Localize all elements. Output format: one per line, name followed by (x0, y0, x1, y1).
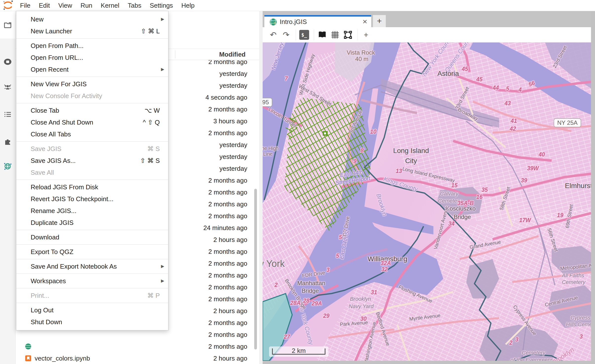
new-tab-button[interactable]: + (373, 15, 386, 27)
map-label: 35A-B (457, 200, 474, 207)
file-row[interactable]: vector_colors.ipynb2 hours ago (15, 352, 247, 364)
file-modified-time: 2 months ago (208, 186, 247, 198)
collaboration-users-icon[interactable] (3, 83, 12, 92)
menu-separator (16, 274, 168, 274)
menubar-item-help[interactable]: Help (177, 0, 199, 11)
menu-item-label: Revert JGIS To Checkpoint... (31, 193, 114, 205)
map-label: 19 (557, 212, 563, 219)
tab-close-icon[interactable]: × (363, 17, 367, 26)
menu-item-shortcut: ⌘ S (147, 143, 160, 155)
file-modified-time: 4 seconds ago (206, 91, 247, 103)
menubar-item-tabs[interactable]: Tabs (123, 0, 145, 11)
panel-splitter[interactable] (259, 11, 263, 364)
map-label: Queens County (443, 43, 473, 73)
map-label: 32 (381, 266, 388, 273)
map-label: 28A (290, 300, 301, 306)
menu-item-save-and-export-notebook-as[interactable]: Save And Export Notebook As▶ (16, 260, 168, 272)
map-label: Hills Cemet (566, 321, 591, 328)
menu-item-revert-jgis-to-checkpoint[interactable]: Revert JGIS To Checkpoint... (16, 193, 168, 205)
file-row[interactable]: 2 months ago (15, 329, 247, 341)
map-label: Brooklyn (551, 346, 576, 361)
grid-layer-button[interactable] (329, 29, 341, 41)
menu-item-print[interactable]: Print...⌘ P (16, 290, 168, 301)
scale-label: 2 km (269, 347, 328, 355)
tab-title: Intro.jGIS (280, 17, 307, 27)
vector-edit-button[interactable] (342, 29, 354, 41)
menu-item-workspaces[interactable]: Workspaces▶ (16, 275, 168, 287)
menu-item-shut-down[interactable]: Shut Down (16, 316, 168, 328)
menubar-item-settings[interactable]: Settings (145, 0, 177, 11)
undo-button[interactable]: ↶ (268, 29, 279, 41)
menu-separator (16, 303, 168, 303)
console-button[interactable]: $_ (298, 29, 310, 41)
menu-item-download[interactable]: Download (16, 231, 168, 243)
file-modified-time: yesterday (219, 163, 247, 174)
jupyter-logo (2, 0, 13, 10)
menu-item-rename-jgis[interactable]: Rename JGIS... (16, 205, 168, 217)
map-label: 69th Street (565, 204, 574, 229)
map-label: 40 m (355, 56, 368, 63)
menubar-item-view[interactable]: View (54, 0, 76, 11)
file-modified-time: 2 months ago (208, 269, 247, 281)
file-row[interactable]: 2 months ago (15, 341, 247, 352)
map-label: Broadway (457, 107, 479, 122)
menu-item-reload-jgis-from-disk[interactable]: Reload JGIS From Disk (16, 181, 168, 193)
add-layer-button[interactable]: + (360, 29, 372, 41)
menu-item-new-launcher[interactable]: New Launcher⇧ ⌘ L (16, 25, 168, 37)
file-modified-time: 2 months ago (208, 317, 247, 329)
map-label: 4 (519, 86, 522, 93)
menu-item-close-and-shut-down[interactable]: Close And Shut Down^ ⇧ Q (16, 116, 168, 128)
menu-item-save-all[interactable]: Save All (16, 167, 168, 178)
menu-item-close-tab[interactable]: Close Tab⌥ W (16, 105, 168, 116)
map-label: 32A (381, 260, 391, 266)
menu-item-export-to-qgz[interactable]: Export To QGZ (16, 246, 168, 258)
jupytergis-globe-icon[interactable] (3, 162, 12, 171)
map-label: Vandervoort Avenue (433, 206, 450, 250)
menu-item-open-from-path[interactable]: Open From Path... (16, 40, 168, 52)
file-browser-icon[interactable] (3, 21, 12, 29)
file-modified-time: yesterday (219, 68, 247, 80)
map-label: The High (263, 145, 278, 151)
map-label: Cemetery (562, 279, 585, 285)
map-label: 5 (339, 234, 342, 241)
menu-item-label: Close All Tabs (31, 128, 71, 140)
table-of-contents-icon[interactable] (3, 110, 12, 119)
menu-item-new-view-for-jgis[interactable]: New View For JGIS (16, 78, 168, 90)
menu-item-log-out[interactable]: Log Out (16, 304, 168, 316)
menu-item-label: Workspaces (31, 275, 66, 287)
menubar-item-file[interactable]: File (16, 0, 35, 11)
map-canvas[interactable]: New JerseyNew York CountyQueens CountyNe… (263, 43, 591, 361)
toolbar-separator (314, 29, 314, 40)
modified-column-header[interactable]: Modified (219, 49, 246, 60)
menubar-item-run[interactable]: Run (76, 0, 97, 11)
file-modified-time: 2 months ago (208, 281, 247, 293)
map-label: 9 (353, 158, 357, 165)
redo-icon: ↷ (283, 31, 290, 39)
menu-item-new[interactable]: New▶ (16, 13, 168, 25)
menu-item-label: Save JGIS (31, 143, 61, 155)
map-toolbar: ↶ ↷ $_ (263, 27, 591, 43)
map-label: Brooklyn (350, 296, 371, 302)
menu-item-duplicate-jgis[interactable]: Duplicate JGIS (16, 217, 168, 229)
toolbar-separator (358, 29, 358, 40)
menu-item-close-all-tabs[interactable]: Close All Tabs (16, 128, 168, 140)
menu-item-open-from-url[interactable]: Open From URL... (16, 52, 168, 64)
menubar-item-kernel[interactable]: Kernel (96, 0, 123, 11)
tab-intro-jgis[interactable]: Intro.jGIS × (264, 15, 371, 27)
menu-item-shortcut: ⇧ ⌘ S (140, 155, 160, 167)
menu-item-new-console-for-activity[interactable]: New Console For Activity (16, 90, 168, 102)
basemap-button[interactable] (317, 29, 328, 41)
file-modified-time: 2 hours ago (213, 234, 247, 246)
menu-item-save-jgis-as[interactable]: Save JGIS As...⇧ ⌘ S (16, 155, 168, 167)
extension-manager-icon[interactable] (3, 138, 12, 146)
file-modified-time: 2 months ago (208, 127, 247, 139)
menu-item-save-jgis[interactable]: Save JGIS⌘ S (16, 143, 168, 155)
file-browser-scrollbar[interactable] (254, 189, 257, 349)
map-label: 17W (519, 217, 531, 223)
map-label: Bedford Avenue (375, 311, 391, 346)
running-kernels-icon[interactable] (3, 58, 12, 66)
file-modified-time: yesterday (219, 139, 247, 151)
menu-item-open-recent[interactable]: Open Recent▶ (16, 64, 168, 75)
menubar-item-edit[interactable]: Edit (35, 0, 54, 11)
redo-button[interactable]: ↷ (280, 29, 292, 41)
